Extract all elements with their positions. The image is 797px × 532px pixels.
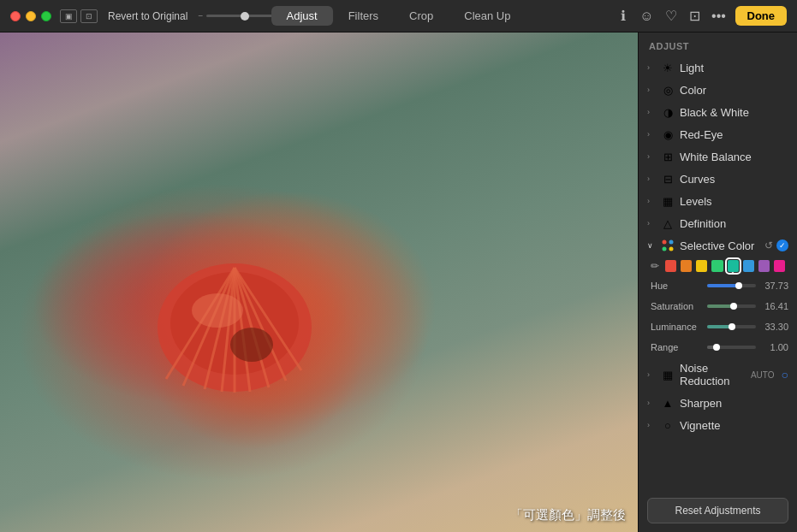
color-dot-pink[interactable] <box>774 260 785 272</box>
color-dots-row: ✏ <box>639 257 797 275</box>
sharpen-icon: ▲ <box>661 396 675 410</box>
chevron-right-icon: › <box>647 399 656 407</box>
levels-label: Levels <box>680 195 788 208</box>
panel-item-sharpen[interactable]: › ▲ Sharpen <box>639 392 797 414</box>
tab-cleanup[interactable]: Clean Up <box>449 6 526 26</box>
chevron-right-icon: › <box>647 370 656 379</box>
chevron-right-icon: › <box>647 421 656 429</box>
noise-active-icon: ○ <box>782 368 788 381</box>
range-slider[interactable] <box>707 340 756 354</box>
panel-item-light[interactable]: › ☀ Light <box>639 56 797 79</box>
bottom-caption: 「可選顏色」調整後 <box>510 507 626 523</box>
tab-filters[interactable]: Filters <box>333 6 394 26</box>
color-dot-purple[interactable] <box>758 260 770 272</box>
panel-item-curves[interactable]: › ⊟ Curves <box>639 168 797 190</box>
reset-icon[interactable]: ↺ <box>764 239 773 251</box>
chevron-right-icon: › <box>647 174 656 183</box>
range-value: 1.00 <box>759 342 788 352</box>
svg-point-11 <box>192 293 243 328</box>
eyedropper-icon[interactable]: ✏ <box>651 260 659 272</box>
vignette-icon: ○ <box>661 418 675 432</box>
light-icon: ☀ <box>661 61 675 74</box>
share-icon[interactable]: ⊡ <box>687 9 703 24</box>
curves-label: Curves <box>680 173 788 186</box>
nav-tabs: Adjust Filters Crop Clean Up <box>271 6 526 26</box>
info-icon[interactable]: ℹ <box>616 9 631 24</box>
shell-image <box>140 242 329 396</box>
more-icon[interactable]: ••• <box>711 9 727 24</box>
tab-crop[interactable]: Crop <box>394 6 449 26</box>
noise-reduction-icon: ▦ <box>661 368 675 381</box>
white-balance-label: White Balance <box>680 151 788 163</box>
chevron-right-icon: › <box>647 63 656 72</box>
panel-header: ADJUST <box>639 33 797 56</box>
emoji-icon[interactable]: ☺ <box>639 9 655 24</box>
color-dot-red[interactable] <box>665 260 676 272</box>
view-icon-2[interactable]: ⊡ <box>80 9 98 23</box>
luminance-slider-row: Luminance 33.30 <box>639 316 797 337</box>
vignette-label: Vignette <box>680 419 788 432</box>
traffic-lights <box>10 11 51 21</box>
panel-item-color[interactable]: › ◎ Color <box>639 79 797 101</box>
tab-adjust[interactable]: Adjust <box>271 6 333 26</box>
definition-icon: △ <box>661 216 675 230</box>
range-slider-row: Range 1.00 <box>639 337 797 358</box>
hue-slider[interactable] <box>707 279 756 293</box>
sharpen-label: Sharpen <box>680 397 788 410</box>
black-white-icon: ◑ <box>661 105 675 119</box>
main-content: ADJUST › ☀ Light › ◎ Color › ◑ Black & W… <box>0 33 797 532</box>
luminance-slider[interactable] <box>707 320 756 334</box>
right-panel: ADJUST › ☀ Light › ◎ Color › ◑ Black & W… <box>638 33 797 532</box>
curves-icon: ⊟ <box>661 172 675 186</box>
view-toggle-icons: ▣ ⊡ <box>60 9 98 23</box>
reset-adjustments-button[interactable]: Reset Adjustments <box>647 498 788 523</box>
panel-item-vignette[interactable]: › ○ Vignette <box>639 414 797 436</box>
active-checkmark-icon <box>776 239 788 251</box>
levels-icon: ▦ <box>661 194 675 208</box>
chevron-right-icon: › <box>647 197 656 205</box>
panel-item-white-balance[interactable]: › ⊞ White Balance <box>639 145 797 168</box>
black-white-label: Black & White <box>680 106 788 119</box>
chevron-right-icon: › <box>647 219 656 228</box>
color-dot-green[interactable] <box>711 260 723 272</box>
color-dot-orange[interactable] <box>681 260 692 272</box>
color-dot-teal[interactable] <box>728 260 739 272</box>
color-dot-blue[interactable] <box>743 260 754 272</box>
chevron-right-icon: › <box>647 152 656 161</box>
panel-item-black-white[interactable]: › ◑ Black & White <box>639 101 797 123</box>
chevron-right-icon: › <box>647 108 656 116</box>
red-eye-label: Red-Eye <box>680 128 788 141</box>
color-label: Color <box>680 84 788 97</box>
svg-point-14 <box>669 240 674 245</box>
saturation-slider[interactable] <box>707 299 756 313</box>
titlebar-right: ℹ ☺ ♡ ⊡ ••• Done <box>616 6 788 26</box>
minimize-button[interactable] <box>26 11 36 21</box>
titlebar: ▣ ⊡ Revert to Original − + Adjust Filter… <box>0 0 797 33</box>
done-button[interactable]: Done <box>735 6 788 26</box>
range-label: Range <box>651 342 704 352</box>
view-icon-1[interactable]: ▣ <box>60 9 77 23</box>
chevron-right-icon: › <box>647 130 656 139</box>
chevron-right-icon: › <box>647 86 656 94</box>
panel-item-levels[interactable]: › ▦ Levels <box>639 190 797 212</box>
reset-btn-container: Reset Adjustments <box>639 489 797 532</box>
color-dot-yellow[interactable] <box>696 260 707 272</box>
panel-item-noise-reduction[interactable]: › ▦ Noise Reduction AUTO ○ <box>639 358 797 392</box>
heart-icon[interactable]: ♡ <box>663 9 679 24</box>
saturation-label: Saturation <box>651 301 704 311</box>
fullscreen-button[interactable] <box>41 11 51 21</box>
svg-point-16 <box>669 247 674 251</box>
close-button[interactable] <box>10 11 21 21</box>
hue-slider-row: Hue 37.73 <box>639 275 797 296</box>
svg-point-15 <box>663 247 667 251</box>
panel-item-red-eye[interactable]: › ◉ Red-Eye <box>639 123 797 145</box>
svg-point-13 <box>663 240 667 245</box>
white-balance-icon: ⊞ <box>661 150 675 163</box>
panel-item-definition[interactable]: › △ Definition <box>639 212 797 234</box>
luminance-label: Luminance <box>651 322 704 332</box>
chevron-down-icon: ∨ <box>647 241 656 250</box>
revert-button[interactable]: Revert to Original <box>108 10 187 22</box>
light-label: Light <box>680 62 788 74</box>
luminance-value: 33.30 <box>759 322 788 332</box>
selective-color-header[interactable]: ∨ Selective Color ↺ <box>639 234 797 257</box>
